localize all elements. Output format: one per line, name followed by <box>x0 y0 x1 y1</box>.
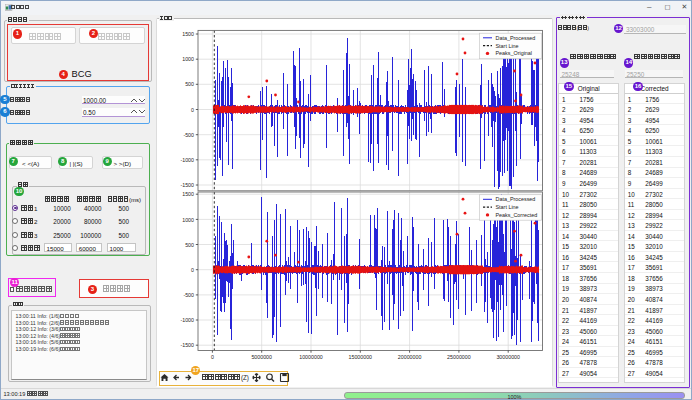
svg-text:-500: -500 <box>183 292 194 298</box>
svg-text:-1500: -1500 <box>180 342 194 348</box>
svg-text:-1500: -1500 <box>180 182 194 188</box>
svg-text:30000000: 30000000 <box>496 354 520 360</box>
svg-text:500: 500 <box>185 81 194 87</box>
svg-text:15000000: 15000000 <box>349 354 373 360</box>
svg-text:-1000: -1000 <box>180 317 194 323</box>
svg-text:1500: 1500 <box>182 191 194 197</box>
svg-text:-1000: -1000 <box>180 157 194 163</box>
svg-text:1500: 1500 <box>182 31 194 37</box>
svg-text:0: 0 <box>211 354 214 360</box>
svg-text:20000000: 20000000 <box>398 354 422 360</box>
svg-text:5000000: 5000000 <box>251 354 272 360</box>
svg-text:500: 500 <box>185 242 194 248</box>
svg-text:0: 0 <box>191 267 194 273</box>
svg-text:1000: 1000 <box>182 56 194 62</box>
svg-text:Data_Processed: Data_Processed <box>496 196 536 202</box>
svg-text:25000000: 25000000 <box>447 354 471 360</box>
svg-text:-500: -500 <box>183 132 194 138</box>
svg-text:1000: 1000 <box>182 217 194 223</box>
svg-text:Peaks_Original: Peaks_Original <box>496 50 533 56</box>
svg-text:Data_Processed: Data_Processed <box>496 35 536 41</box>
svg-text:Start Line: Start Line <box>496 204 519 210</box>
svg-text:Start Line: Start Line <box>496 43 519 49</box>
svg-text:10000000: 10000000 <box>299 354 323 360</box>
svg-text:0: 0 <box>191 107 194 113</box>
svg-text:Peaks_Corrected: Peaks_Corrected <box>496 212 538 218</box>
